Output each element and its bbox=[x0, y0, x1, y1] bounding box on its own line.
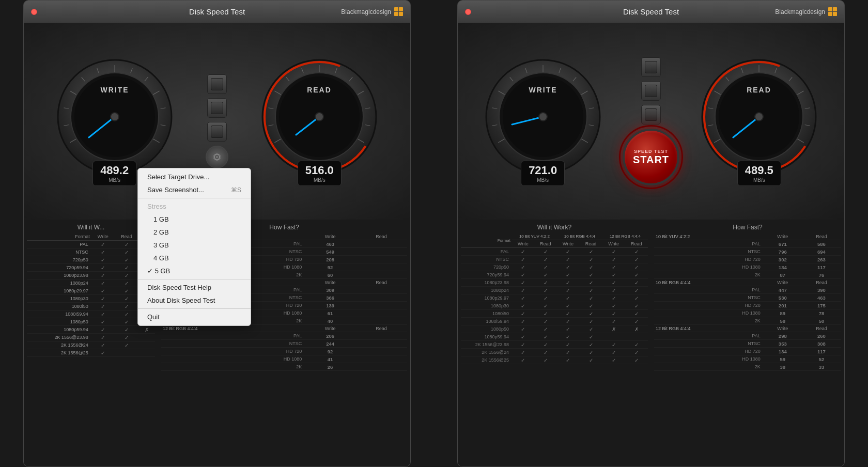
write-gauge-left: WRITE bbox=[55, 57, 174, 176]
menu-4gb[interactable]: 4 GB bbox=[138, 252, 251, 264]
menu-save-screenshot[interactable]: Save Screenshot... ⌘S bbox=[138, 183, 251, 196]
svg-point-18 bbox=[111, 113, 119, 121]
table-row: 1080p23.98✓✓✓✓✓✓ bbox=[461, 279, 648, 287]
left-window: Disk Speed Test Blackmagicdesign bbox=[23, 0, 411, 467]
table-row: 1080p59.94✓✓✓✓ bbox=[461, 333, 648, 341]
will-it-work-panel-right: Will it Work? Format 10 Bit YUV 4:2:2 10… bbox=[458, 220, 651, 466]
table-row: HD 10805952 bbox=[654, 355, 841, 363]
menu-3gb[interactable]: 3 GB bbox=[138, 239, 251, 252]
will-it-work-table-left: Format Write Read W.. PAL✓✓ NTSC✓✓ 720p5… bbox=[27, 233, 155, 357]
menu-sep-1 bbox=[138, 198, 251, 198]
menu-sep-2 bbox=[138, 279, 251, 279]
svg-text:READ: READ bbox=[747, 86, 771, 94]
table-row: 1080p24✓✓✓✓✓✓ bbox=[461, 287, 648, 294]
write-speed-left: 489.2 bbox=[100, 164, 129, 177]
gauge-section-left: WRITE 489.2 MB/s ⚙ bbox=[24, 23, 410, 220]
table-row: PAL✓✓ bbox=[27, 241, 155, 248]
close-button-left[interactable] bbox=[31, 9, 37, 15]
table-row: 1080p29.97✓✓✓✓✓✓ bbox=[461, 294, 648, 302]
menu-sep-3 bbox=[138, 308, 251, 309]
svg-point-77 bbox=[755, 113, 763, 121]
titlebar-left: Disk Speed Test Blackmagicdesign bbox=[24, 1, 410, 23]
menu-help[interactable]: Disk Speed Test Help bbox=[138, 281, 251, 294]
table-row: 1080p29.97✓✓ bbox=[27, 287, 155, 295]
table-row: PAL✓✓✓✓✓✓ bbox=[461, 248, 648, 256]
table-row: NTSC244 bbox=[161, 340, 407, 348]
gauge-section-right: WRITE 721.0 MB/s SPEED TEST bbox=[458, 23, 844, 220]
svg-text:READ: READ bbox=[307, 86, 332, 94]
table-row: 2K5850 bbox=[654, 317, 841, 325]
main-content-right: WRITE 721.0 MB/s SPEED TEST bbox=[458, 23, 844, 466]
center-controls-left: ⚙ bbox=[206, 74, 228, 168]
table-row: 2K 1556@25✓ bbox=[27, 349, 155, 357]
table-row: HD 1080134117 bbox=[654, 263, 841, 271]
svg-point-38 bbox=[315, 113, 323, 121]
app-title-right: Disk Speed Test bbox=[623, 7, 679, 16]
table-row: HD 720302263 bbox=[654, 256, 841, 263]
how-fast-panel-right: How Fast? 10 Bit YUV 4:2:2 Write Read PA… bbox=[651, 220, 844, 466]
square-btn-1[interactable] bbox=[207, 74, 227, 94]
logo-left: Blackmagicdesign bbox=[341, 7, 403, 16]
right-window: Disk Speed Test Blackmagicdesign bbox=[457, 0, 845, 467]
context-menu: Select Target Drive... Save Screenshot..… bbox=[137, 168, 251, 326]
table-row: 2K26 bbox=[161, 363, 407, 371]
svg-point-57 bbox=[539, 113, 547, 121]
table-row: 720p59.94✓✓✓✓✓✓ bbox=[461, 271, 648, 279]
table-row: HD 72092 bbox=[161, 348, 407, 355]
table-row: 1080i50✓✓ bbox=[27, 303, 155, 310]
close-button-right[interactable] bbox=[465, 9, 471, 15]
menu-5gb[interactable]: ✓ 5 GB bbox=[138, 264, 251, 277]
read-gauge-right: READ bbox=[700, 57, 818, 176]
square-btn-r1[interactable] bbox=[641, 57, 661, 77]
table-row: NTSC796694 bbox=[654, 248, 841, 256]
section-header-row: 10 Bit RGB 4:4:4 Write Read bbox=[654, 279, 841, 286]
table-row: PAL298260 bbox=[654, 332, 841, 340]
main-content-left: WRITE 489.2 MB/s ⚙ bbox=[24, 23, 410, 466]
read-gauge-left: READ bbox=[260, 57, 379, 176]
table-row: NTSC✓✓ bbox=[27, 248, 155, 256]
menu-select-target[interactable]: Select Target Drive... bbox=[138, 170, 251, 183]
start-button[interactable]: SPEED TEST START bbox=[623, 129, 679, 185]
center-controls-right: SPEED TEST START bbox=[623, 57, 679, 185]
table-row: 720p59.94✓✓ bbox=[27, 264, 155, 272]
table-row: 2K 1556@24✓✓✓✓✓✓ bbox=[461, 349, 648, 356]
titlebar-right: Disk Speed Test Blackmagicdesign bbox=[458, 1, 844, 23]
table-row: 720p50✓✓ bbox=[27, 256, 155, 264]
table-row: NTSC✓✓✓✓✓✓ bbox=[461, 256, 648, 263]
table-row: 1080p30✓✓ bbox=[27, 295, 155, 303]
table-row: 2K 1556@23.98✓✓✓✓✓✓ bbox=[461, 341, 648, 349]
menu-quit[interactable]: Quit bbox=[138, 310, 251, 323]
logo-right: Blackmagicdesign bbox=[775, 7, 837, 16]
table-row: 1080p50✓✓✓✓✗✗ bbox=[461, 325, 648, 333]
table-row: PAL206 bbox=[161, 332, 407, 340]
square-btn-r2[interactable] bbox=[641, 81, 661, 101]
menu-about[interactable]: About Disk Speed Test bbox=[138, 294, 251, 307]
table-row: HD 108041 bbox=[161, 355, 407, 363]
start-btn-main-text: START bbox=[633, 154, 669, 166]
svg-text:WRITE: WRITE bbox=[100, 86, 129, 94]
tables-section-right: Will it Work? Format 10 Bit YUV 4:2:2 10… bbox=[458, 220, 844, 466]
table-row: 2K 1556@25✓✓✓✓✓✓ bbox=[461, 356, 648, 364]
table-row: 1080p50✓✓✗ bbox=[27, 318, 155, 326]
square-btn-3[interactable] bbox=[207, 122, 227, 142]
start-btn-top-text: SPEED TEST bbox=[634, 149, 668, 154]
menu-2gb[interactable]: 2 GB bbox=[138, 226, 251, 239]
write-speed-right: 721.0 bbox=[529, 164, 557, 177]
table-row: PAL671586 bbox=[654, 240, 841, 248]
app-title-left: Disk Speed Test bbox=[189, 7, 245, 16]
table-row: NTSC530463 bbox=[654, 294, 841, 302]
menu-stress-label: Stress bbox=[138, 200, 251, 213]
table-row: 2K3833 bbox=[654, 363, 841, 371]
table-row: 2K 1556@23.98✓✓ bbox=[27, 334, 155, 341]
table-row: NTSC353308 bbox=[654, 340, 841, 348]
write-gauge-right: WRITE bbox=[484, 57, 602, 176]
table-row: HD 10808978 bbox=[654, 309, 841, 317]
square-btn-2[interactable] bbox=[207, 98, 227, 118]
table-row: 1080p30✓✓✓✓✓✓ bbox=[461, 302, 648, 310]
gear-button-left[interactable]: ⚙ bbox=[206, 146, 228, 168]
read-speed-right: 489.5 bbox=[745, 164, 773, 177]
table-row: PAL447390 bbox=[654, 286, 841, 294]
menu-1gb[interactable]: 1 GB bbox=[138, 213, 251, 226]
table-row: 1080i59.94✓✓ bbox=[27, 310, 155, 318]
square-btn-r3[interactable] bbox=[641, 105, 661, 124]
